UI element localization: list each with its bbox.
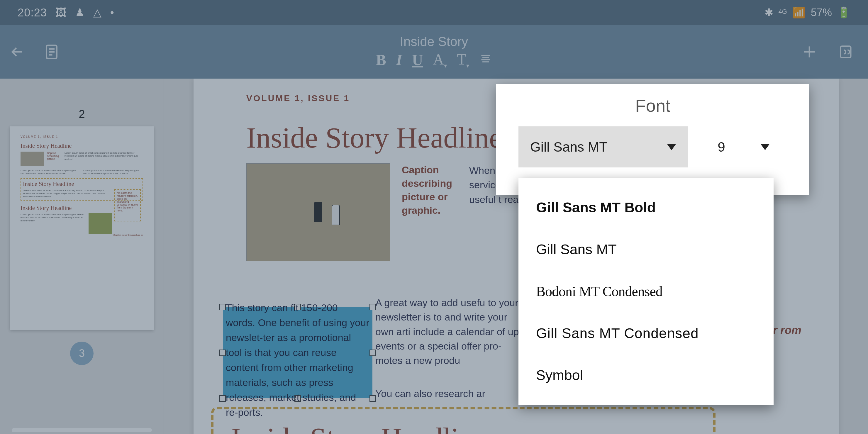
font-option[interactable]: Gill Sans MT bbox=[519, 228, 774, 270]
font-option[interactable]: Bodoni MT Condensed bbox=[519, 270, 774, 312]
font-size-dropdown[interactable]: 9 bbox=[700, 126, 788, 167]
dialog-title: Font bbox=[496, 84, 809, 116]
chevron-down-icon bbox=[761, 144, 770, 150]
font-family-dropdown[interactable]: Gill Sans MT bbox=[519, 126, 688, 167]
font-option[interactable]: Symbol bbox=[519, 354, 774, 396]
font-option[interactable]: Gill Sans MT Bold bbox=[519, 186, 774, 228]
font-option[interactable]: Gill Sans MT Condensed bbox=[519, 312, 774, 354]
chevron-down-icon bbox=[667, 144, 676, 150]
font-size-value: 9 bbox=[718, 139, 725, 155]
font-options-list: Gill Sans MT Bold Gill Sans MT Bodoni MT… bbox=[519, 178, 774, 405]
font-family-value: Gill Sans MT bbox=[530, 139, 607, 155]
